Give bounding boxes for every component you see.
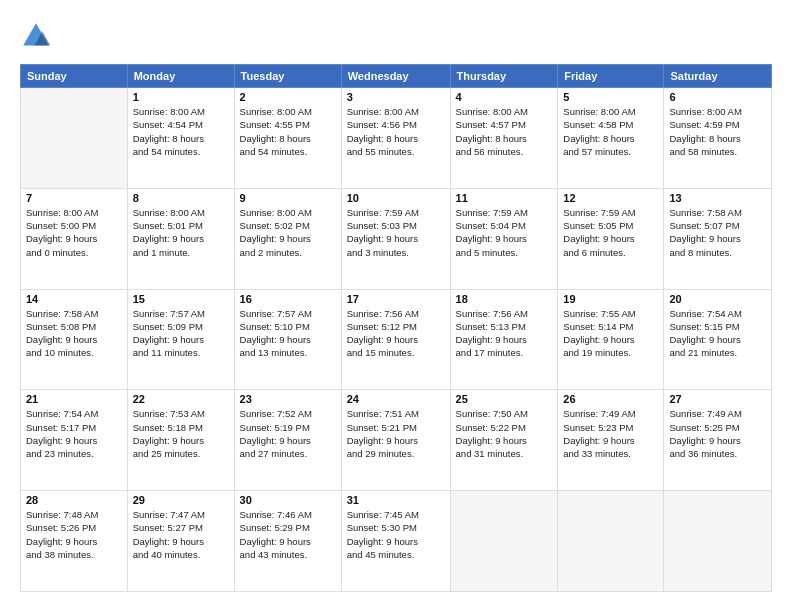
day-number: 18: [456, 293, 553, 305]
day-info: Sunrise: 7:54 AM Sunset: 5:15 PM Dayligh…: [669, 307, 766, 360]
weekday-header-row: SundayMondayTuesdayWednesdayThursdayFrid…: [21, 65, 772, 88]
calendar-cell: 26Sunrise: 7:49 AM Sunset: 5:23 PM Dayli…: [558, 390, 664, 491]
calendar-cell: 15Sunrise: 7:57 AM Sunset: 5:09 PM Dayli…: [127, 289, 234, 390]
day-info: Sunrise: 7:50 AM Sunset: 5:22 PM Dayligh…: [456, 407, 553, 460]
day-info: Sunrise: 7:53 AM Sunset: 5:18 PM Dayligh…: [133, 407, 229, 460]
day-info: Sunrise: 7:59 AM Sunset: 5:03 PM Dayligh…: [347, 206, 445, 259]
day-number: 27: [669, 393, 766, 405]
day-info: Sunrise: 7:58 AM Sunset: 5:07 PM Dayligh…: [669, 206, 766, 259]
day-info: Sunrise: 8:00 AM Sunset: 4:55 PM Dayligh…: [240, 105, 336, 158]
calendar-cell: 10Sunrise: 7:59 AM Sunset: 5:03 PM Dayli…: [341, 188, 450, 289]
day-number: 14: [26, 293, 122, 305]
week-row-4: 21Sunrise: 7:54 AM Sunset: 5:17 PM Dayli…: [21, 390, 772, 491]
calendar-cell: 31Sunrise: 7:45 AM Sunset: 5:30 PM Dayli…: [341, 491, 450, 592]
day-number: 24: [347, 393, 445, 405]
day-number: 16: [240, 293, 336, 305]
day-info: Sunrise: 7:47 AM Sunset: 5:27 PM Dayligh…: [133, 508, 229, 561]
week-row-2: 7Sunrise: 8:00 AM Sunset: 5:00 PM Daylig…: [21, 188, 772, 289]
calendar-cell: 28Sunrise: 7:48 AM Sunset: 5:26 PM Dayli…: [21, 491, 128, 592]
day-info: Sunrise: 8:00 AM Sunset: 4:58 PM Dayligh…: [563, 105, 658, 158]
calendar-cell: 24Sunrise: 7:51 AM Sunset: 5:21 PM Dayli…: [341, 390, 450, 491]
weekday-header-sunday: Sunday: [21, 65, 128, 88]
day-info: Sunrise: 8:00 AM Sunset: 4:57 PM Dayligh…: [456, 105, 553, 158]
weekday-header-tuesday: Tuesday: [234, 65, 341, 88]
day-info: Sunrise: 7:48 AM Sunset: 5:26 PM Dayligh…: [26, 508, 122, 561]
week-row-1: 1Sunrise: 8:00 AM Sunset: 4:54 PM Daylig…: [21, 88, 772, 189]
calendar-cell: 17Sunrise: 7:56 AM Sunset: 5:12 PM Dayli…: [341, 289, 450, 390]
day-info: Sunrise: 7:51 AM Sunset: 5:21 PM Dayligh…: [347, 407, 445, 460]
day-number: 23: [240, 393, 336, 405]
calendar-cell: [21, 88, 128, 189]
day-info: Sunrise: 7:52 AM Sunset: 5:19 PM Dayligh…: [240, 407, 336, 460]
page: SundayMondayTuesdayWednesdayThursdayFrid…: [0, 0, 792, 612]
calendar-cell: 30Sunrise: 7:46 AM Sunset: 5:29 PM Dayli…: [234, 491, 341, 592]
day-number: 6: [669, 91, 766, 103]
day-number: 5: [563, 91, 658, 103]
weekday-header-thursday: Thursday: [450, 65, 558, 88]
calendar-cell: [450, 491, 558, 592]
day-info: Sunrise: 7:46 AM Sunset: 5:29 PM Dayligh…: [240, 508, 336, 561]
calendar-cell: 19Sunrise: 7:55 AM Sunset: 5:14 PM Dayli…: [558, 289, 664, 390]
weekday-header-saturday: Saturday: [664, 65, 772, 88]
day-number: 11: [456, 192, 553, 204]
day-number: 28: [26, 494, 122, 506]
calendar-cell: 4Sunrise: 8:00 AM Sunset: 4:57 PM Daylig…: [450, 88, 558, 189]
calendar-cell: 14Sunrise: 7:58 AM Sunset: 5:08 PM Dayli…: [21, 289, 128, 390]
calendar-cell: 1Sunrise: 8:00 AM Sunset: 4:54 PM Daylig…: [127, 88, 234, 189]
day-info: Sunrise: 7:59 AM Sunset: 5:04 PM Dayligh…: [456, 206, 553, 259]
calendar-cell: 3Sunrise: 8:00 AM Sunset: 4:56 PM Daylig…: [341, 88, 450, 189]
calendar-cell: 8Sunrise: 8:00 AM Sunset: 5:01 PM Daylig…: [127, 188, 234, 289]
calendar-cell: 7Sunrise: 8:00 AM Sunset: 5:00 PM Daylig…: [21, 188, 128, 289]
day-number: 13: [669, 192, 766, 204]
calendar-cell: 13Sunrise: 7:58 AM Sunset: 5:07 PM Dayli…: [664, 188, 772, 289]
logo: [20, 20, 56, 52]
day-number: 4: [456, 91, 553, 103]
day-number: 26: [563, 393, 658, 405]
day-number: 29: [133, 494, 229, 506]
calendar-cell: 27Sunrise: 7:49 AM Sunset: 5:25 PM Dayli…: [664, 390, 772, 491]
calendar-cell: 6Sunrise: 8:00 AM Sunset: 4:59 PM Daylig…: [664, 88, 772, 189]
calendar-cell: 18Sunrise: 7:56 AM Sunset: 5:13 PM Dayli…: [450, 289, 558, 390]
calendar: SundayMondayTuesdayWednesdayThursdayFrid…: [20, 64, 772, 592]
day-info: Sunrise: 8:00 AM Sunset: 4:59 PM Dayligh…: [669, 105, 766, 158]
day-info: Sunrise: 7:49 AM Sunset: 5:23 PM Dayligh…: [563, 407, 658, 460]
day-number: 10: [347, 192, 445, 204]
logo-icon: [20, 20, 52, 52]
header: [20, 20, 772, 52]
calendar-cell: 11Sunrise: 7:59 AM Sunset: 5:04 PM Dayli…: [450, 188, 558, 289]
calendar-cell: 23Sunrise: 7:52 AM Sunset: 5:19 PM Dayli…: [234, 390, 341, 491]
calendar-cell: 20Sunrise: 7:54 AM Sunset: 5:15 PM Dayli…: [664, 289, 772, 390]
calendar-cell: 9Sunrise: 8:00 AM Sunset: 5:02 PM Daylig…: [234, 188, 341, 289]
day-number: 9: [240, 192, 336, 204]
week-row-3: 14Sunrise: 7:58 AM Sunset: 5:08 PM Dayli…: [21, 289, 772, 390]
day-number: 25: [456, 393, 553, 405]
day-info: Sunrise: 7:55 AM Sunset: 5:14 PM Dayligh…: [563, 307, 658, 360]
weekday-header-monday: Monday: [127, 65, 234, 88]
calendar-cell: 2Sunrise: 8:00 AM Sunset: 4:55 PM Daylig…: [234, 88, 341, 189]
week-row-5: 28Sunrise: 7:48 AM Sunset: 5:26 PM Dayli…: [21, 491, 772, 592]
day-info: Sunrise: 7:49 AM Sunset: 5:25 PM Dayligh…: [669, 407, 766, 460]
day-number: 7: [26, 192, 122, 204]
calendar-cell: 5Sunrise: 8:00 AM Sunset: 4:58 PM Daylig…: [558, 88, 664, 189]
calendar-cell: 16Sunrise: 7:57 AM Sunset: 5:10 PM Dayli…: [234, 289, 341, 390]
day-number: 21: [26, 393, 122, 405]
day-number: 17: [347, 293, 445, 305]
weekday-header-wednesday: Wednesday: [341, 65, 450, 88]
calendar-cell: 22Sunrise: 7:53 AM Sunset: 5:18 PM Dayli…: [127, 390, 234, 491]
calendar-cell: 21Sunrise: 7:54 AM Sunset: 5:17 PM Dayli…: [21, 390, 128, 491]
day-number: 12: [563, 192, 658, 204]
day-number: 3: [347, 91, 445, 103]
day-info: Sunrise: 8:00 AM Sunset: 4:54 PM Dayligh…: [133, 105, 229, 158]
day-number: 2: [240, 91, 336, 103]
day-info: Sunrise: 8:00 AM Sunset: 5:01 PM Dayligh…: [133, 206, 229, 259]
day-number: 1: [133, 91, 229, 103]
day-info: Sunrise: 7:57 AM Sunset: 5:10 PM Dayligh…: [240, 307, 336, 360]
calendar-cell: 25Sunrise: 7:50 AM Sunset: 5:22 PM Dayli…: [450, 390, 558, 491]
day-info: Sunrise: 7:59 AM Sunset: 5:05 PM Dayligh…: [563, 206, 658, 259]
weekday-header-friday: Friday: [558, 65, 664, 88]
calendar-cell: [664, 491, 772, 592]
day-number: 8: [133, 192, 229, 204]
day-info: Sunrise: 8:00 AM Sunset: 5:00 PM Dayligh…: [26, 206, 122, 259]
calendar-cell: [558, 491, 664, 592]
day-info: Sunrise: 8:00 AM Sunset: 5:02 PM Dayligh…: [240, 206, 336, 259]
